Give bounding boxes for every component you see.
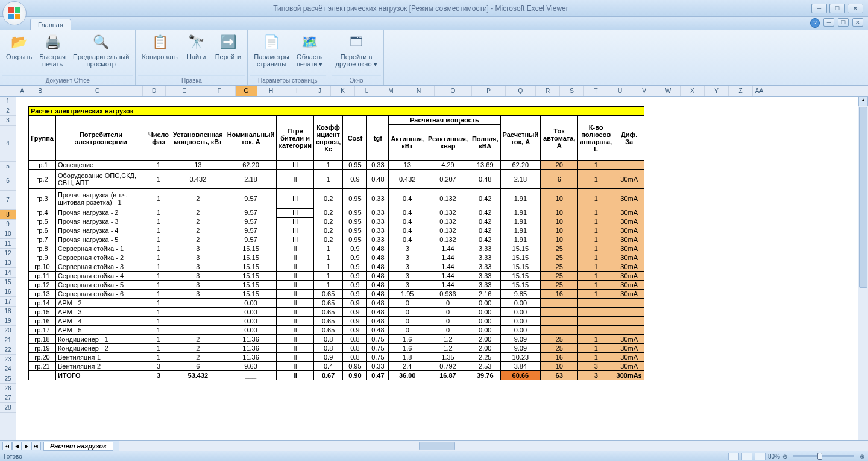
col-header-S[interactable]: S xyxy=(560,86,584,96)
col-header-V[interactable]: V xyxy=(632,86,656,96)
row-header-27[interactable]: 27 xyxy=(0,393,16,403)
horizontal-scrollbar[interactable] xyxy=(119,441,868,451)
table-row[interactable]: гр.13Серверная стойка - 61315.15II0.650.… xyxy=(29,290,644,299)
row-header-24[interactable]: 24 xyxy=(0,364,16,374)
col-header-L[interactable]: L xyxy=(355,86,379,96)
col-header-A[interactable]: A xyxy=(16,86,28,96)
row-header-1[interactable]: 1 xyxy=(0,97,16,106)
col-header-C[interactable]: C xyxy=(52,86,143,96)
row-header-5[interactable]: 5 xyxy=(0,162,16,171)
col-header-Y[interactable]: Y xyxy=(705,86,729,96)
row-header-16[interactable]: 16 xyxy=(0,287,16,297)
table-row[interactable]: гр.8Серверная стойка - 11315.15II10.90.4… xyxy=(29,244,644,253)
zoom-in-button[interactable]: ⊕ xyxy=(860,453,864,460)
col-header-G[interactable]: G xyxy=(236,86,257,96)
table-row[interactable]: гр.3Прочая нагрузка (в т.ч. щитовая розе… xyxy=(29,189,644,208)
view-normal-button[interactable] xyxy=(728,453,739,460)
row-header-3[interactable]: 3 xyxy=(0,116,16,126)
row-header-18[interactable]: 18 xyxy=(0,307,16,316)
col-header-J[interactable]: J xyxy=(309,86,331,96)
switch-window-button[interactable]: 🗔Перейти в другое окно ▾ xyxy=(332,31,380,75)
col-header-M[interactable]: M xyxy=(379,86,403,96)
col-header-U[interactable]: U xyxy=(608,86,632,96)
open-button[interactable]: 📂Открыть xyxy=(2,31,36,75)
zoom-thumb[interactable] xyxy=(817,453,822,460)
row-header-20[interactable]: 20 xyxy=(0,326,16,335)
table-row[interactable]: гр.17АРМ - 510.00II0.650.90.48000.000.00 xyxy=(29,326,644,335)
col-header-K[interactable]: K xyxy=(331,86,355,96)
row-header-17[interactable]: 17 xyxy=(0,297,16,307)
col-header-H[interactable]: H xyxy=(257,86,285,96)
row-header-28[interactable]: 28 xyxy=(0,403,16,413)
view-pagebreak-button[interactable] xyxy=(755,453,766,460)
table-row[interactable]: гр.12Серверная стойка - 51315.15II10.90.… xyxy=(29,281,644,290)
row-header-12[interactable]: 12 xyxy=(0,249,16,258)
maximize-button[interactable]: ☐ xyxy=(829,4,845,13)
sheet-nav-first[interactable]: ⏮ xyxy=(2,442,12,450)
row-header-7[interactable]: 7 xyxy=(0,191,16,210)
row-header-26[interactable]: 26 xyxy=(0,384,16,393)
row-header-14[interactable]: 14 xyxy=(0,268,16,278)
table-row[interactable]: гр.9Серверная стойка - 21315.15II10.90.4… xyxy=(29,253,644,262)
row-header-10[interactable]: 10 xyxy=(0,229,16,239)
table-row[interactable]: гр.19Кондиционер - 21211.36II0.80.80.751… xyxy=(29,344,644,353)
row-header-21[interactable]: 21 xyxy=(0,335,16,345)
close-button[interactable]: ✕ xyxy=(848,4,863,13)
table-row[interactable]: гр.5Прочая нагрузка - 3129.57III0.20.950… xyxy=(29,217,644,226)
col-header-X[interactable]: X xyxy=(681,86,705,96)
table-row[interactable]: гр.7Прочая нагрузка - 5129.57III0.20.950… xyxy=(29,235,644,244)
row-header-4[interactable]: 4 xyxy=(0,126,16,162)
table-row[interactable]: гр.18Кондиционер - 11211.36II0.80.80.751… xyxy=(29,335,644,344)
table-row[interactable]: гр.16АРМ - 410.00II0.650.90.48000.000.00 xyxy=(29,317,644,326)
zoom-slider[interactable] xyxy=(793,455,854,457)
sheet-nav-prev[interactable]: ◀ xyxy=(12,442,22,450)
table-row[interactable]: гр.11Серверная стойка - 41315.15II10.90.… xyxy=(29,272,644,281)
row-header-6[interactable]: 6 xyxy=(0,171,16,191)
col-header-W[interactable]: W xyxy=(656,86,681,96)
column-headers[interactable]: ABCDEFGHIJKLMNOPQRSTUVWXYZAA xyxy=(16,86,868,97)
doc-close-button[interactable]: ✕ xyxy=(852,18,863,27)
col-header-F[interactable]: F xyxy=(203,86,236,96)
scroll-up-button[interactable]: ▲ xyxy=(858,97,868,106)
sheet-nav-next[interactable]: ▶ xyxy=(22,442,31,450)
col-header-Q[interactable]: Q xyxy=(506,86,536,96)
col-header-E[interactable]: E xyxy=(166,86,203,96)
table-row[interactable]: гр.4Прочая нагрузка - 2129.57III0.20.950… xyxy=(29,208,644,217)
table-row[interactable]: гр.2Оборудование ОПС,СКД, СВН, АПТ10.432… xyxy=(29,170,644,189)
col-header-R[interactable]: R xyxy=(536,86,560,96)
vertical-scrollbar[interactable]: ▲ xyxy=(858,97,868,440)
minimize-button[interactable]: ─ xyxy=(811,4,827,13)
col-header-I[interactable]: I xyxy=(285,86,309,96)
sheet-nav-last[interactable]: ⏭ xyxy=(31,442,41,450)
row-header-9[interactable]: 9 xyxy=(0,220,16,229)
col-header-T[interactable]: T xyxy=(584,86,608,96)
print-area-button[interactable]: 🗺️Область печати ▾ xyxy=(293,31,327,75)
table-row[interactable]: гр.21Вентиляция-2369.60II0.40.950.332.40… xyxy=(29,362,644,371)
spreadsheet-grid[interactable]: 1234567891011121314151617181920212223242… xyxy=(0,86,868,440)
col-header-P[interactable]: P xyxy=(472,86,506,96)
row-header-13[interactable]: 13 xyxy=(0,258,16,268)
table-row[interactable]: гр.6Прочая нагрузка - 4129.57III0.20.950… xyxy=(29,226,644,235)
row-header-8[interactable]: 8 xyxy=(0,210,16,220)
table-row[interactable]: гр.10Серверная стойка - 31315.15II10.90.… xyxy=(29,262,644,272)
quick-print-button[interactable]: 🖨️Быстрая печать xyxy=(36,31,69,75)
hscroll-thumb[interactable] xyxy=(419,442,455,450)
table-row[interactable]: гр.20Вентиляция-11211.36II0.90.80.751.81… xyxy=(29,353,644,362)
table-row[interactable]: ИТОГО353.432___II0.670.900.4736.0016.873… xyxy=(29,371,644,380)
row-header-19[interactable]: 19 xyxy=(0,316,16,326)
view-layout-button[interactable] xyxy=(741,453,752,460)
table-row[interactable]: гр.1Освещение11362.20III10.950.33134.291… xyxy=(29,161,644,170)
find-button[interactable]: 🔭Найти xyxy=(181,31,212,75)
row-header-15[interactable]: 15 xyxy=(0,278,16,287)
office-button[interactable] xyxy=(2,1,27,25)
zoom-out-button[interactable]: ⊖ xyxy=(782,453,787,460)
sheet-tab-active[interactable]: Расчет нагрузок xyxy=(43,442,113,451)
row-header-2[interactable]: 2 xyxy=(0,106,16,116)
copy-button[interactable]: 📋Копировать xyxy=(138,31,181,75)
help-button[interactable]: ? xyxy=(810,18,820,28)
col-header-N[interactable]: N xyxy=(403,86,435,96)
table-row[interactable]: гр.15АРМ - 310.00II0.650.90.48000.000.00 xyxy=(29,308,644,317)
row-headers[interactable]: 1234567891011121314151617181920212223242… xyxy=(0,86,16,440)
row-header-25[interactable]: 25 xyxy=(0,374,16,384)
print-preview-button[interactable]: 🔍Предварительный просмотр xyxy=(69,31,133,75)
